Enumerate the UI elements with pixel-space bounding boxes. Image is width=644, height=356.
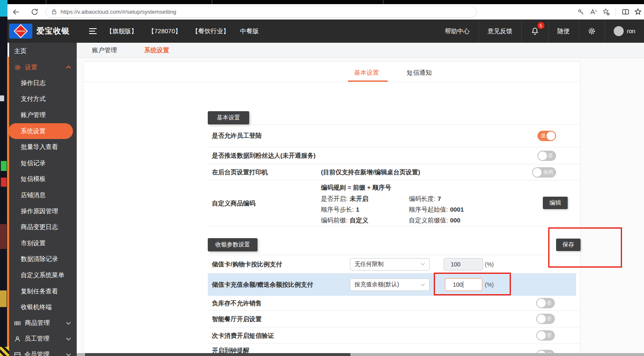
browser-back-button[interactable]	[10, 6, 22, 18]
sidebar-item-label: 自定义系统菜单	[21, 271, 64, 279]
read-aloud-icon[interactable]	[587, 6, 600, 18]
row-label: 智能餐厅开启设置	[212, 315, 262, 324]
user-avatar	[614, 26, 624, 36]
gear-icon	[588, 27, 596, 35]
sidebar-group-label: 员工管理	[24, 335, 49, 343]
sidebar-item-store-messages[interactable]: 店铺消息	[9, 187, 77, 203]
toggle-smart-restaurant[interactable]: 否	[536, 314, 555, 324]
toggle-backend-printer[interactable]: 关闭	[532, 167, 556, 178]
tab-basic-settings[interactable]: 基本设置	[354, 69, 379, 77]
code-prefix-label: 编码前缀:	[321, 217, 348, 224]
toggle-state-label: 否	[547, 300, 552, 307]
recharge-balance-select[interactable]: 按充值余额(默认)	[350, 278, 430, 291]
toggle-allow-employee-login[interactable]: 是	[537, 131, 556, 141]
sidebar-item-system-settings[interactable]: 系统设置	[8, 123, 73, 139]
row-custom-product-code: 自定义商品编码 编码规则 = 前缀 + 顺序号 是否开启:未开启 编码长度:7 …	[208, 180, 580, 227]
password-key-icon[interactable]	[575, 6, 587, 18]
chevron-down-icon	[420, 263, 425, 266]
desktop-fragment	[0, 224, 7, 249]
help-center-link[interactable]: 帮助中心	[436, 20, 479, 43]
sidebar-item-operation-log[interactable]: 操作日志	[9, 75, 77, 91]
edition-badges: 【旗舰版】 【728070】 【餐饮行业】 中餐版	[106, 27, 259, 35]
horizontal-scrollbar[interactable]	[77, 353, 644, 356]
sidebar-item-batch-import[interactable]: 批量导入查看	[9, 139, 77, 155]
code-enabled-label: 是否开启:	[321, 195, 348, 203]
feedback-label: 意见反馈	[488, 27, 513, 35]
save-button[interactable]: 保存	[556, 239, 581, 251]
sidebar-group-settings[interactable]: 设置	[9, 59, 77, 75]
code-length-label: 编码长度:	[409, 195, 435, 202]
bell-icon: 5	[530, 27, 540, 36]
sidebar-item-product-change-log[interactable]: 商品变更日志	[9, 219, 77, 235]
row-note: (目前仅支持在新增/编辑桌台页设置)	[321, 168, 420, 176]
sidebar-group-label: 会员管理	[24, 351, 49, 356]
sidebar-group-label: 商品管理	[25, 319, 50, 327]
code-rule: 编码规则 = 前缀 + 顺序号	[321, 184, 464, 192]
version-badge: 中餐版	[240, 27, 259, 35]
sidebar-item-label: 系统设置	[21, 127, 46, 135]
url-bar[interactable]: https://v.aibaocloud.com/#/setup/systems…	[46, 6, 477, 18]
recharge-percent-input[interactable]: 100	[445, 278, 482, 291]
product-code-details: 编码规则 = 前缀 + 顺序号 是否开启:未开启 编码长度:7 顺序号步长:1 …	[321, 184, 464, 227]
toggle-negative-stock[interactable]: 否	[536, 298, 555, 308]
sidebar-group-member-management[interactable]: 会员管理	[9, 347, 77, 356]
sidebar-item-payment-method[interactable]: 支付方式	[9, 91, 77, 107]
sidebar-item-label: 店铺消息	[21, 191, 46, 199]
brand-title: 爱宝收银	[36, 26, 70, 37]
sidebar-item-pos-terminal[interactable]: 收银机终端	[9, 299, 77, 315]
lock-icon	[51, 9, 57, 15]
select-value: 无任何限制	[355, 261, 384, 268]
sidebar-group-employee-management[interactable]: 员工管理	[9, 331, 77, 347]
notifications-button[interactable]: 5	[521, 20, 548, 43]
toggle-state-label: 是	[541, 132, 546, 139]
row-smart-restaurant: 智能餐厅开启设置 否	[208, 311, 580, 327]
cashier-params-rows: 储值卡/购物卡按比例支付 无任何限制 100 (%) 储值卡充值余额/赠送余额按…	[208, 255, 580, 356]
stored-card-limit-select[interactable]: 无任何限制	[350, 258, 430, 271]
sidebar-item-market-settings[interactable]: 市别设置	[9, 235, 77, 251]
row-label: 是否允许员工登陆	[212, 132, 262, 140]
input-value: 100	[451, 261, 460, 268]
select-value: 按充值余额(默认)	[355, 281, 399, 288]
breadcrumb-tab-account[interactable]: 账户管理	[92, 46, 117, 54]
favorites-star-icon[interactable]	[632, 6, 644, 18]
favorite-add-icon[interactable]	[600, 6, 612, 18]
feedback-link[interactable]: 意见反馈	[479, 20, 521, 43]
chevron-down-icon	[66, 337, 71, 341]
sidebar-item-custom-system-menu[interactable]: 自定义系统菜单	[9, 267, 77, 283]
sidebar-item-sms-template[interactable]: 短信模板	[9, 171, 77, 188]
store-name-link[interactable]: 随便	[548, 20, 578, 43]
logo-text: AIBAO	[16, 30, 25, 32]
app-logo[interactable]: AIBAO	[9, 24, 32, 39]
browser-toolbar: https://v.aibaocloud.com/#/setup/systems…	[7, 4, 644, 20]
store-id-badge: 【728070】	[148, 27, 181, 35]
input-value: 100	[453, 281, 462, 288]
sidebar-item-label: 短信记录	[21, 159, 46, 167]
sidebar-item-account-management[interactable]: 账户管理	[9, 107, 77, 123]
sidebar-item-data-clear-records[interactable]: 数据清除记录	[9, 251, 77, 268]
row-push-to-fans: 是否推送数据到粉丝达人(未开通服务) 否	[208, 147, 580, 164]
user-menu[interactable]: ron	[605, 20, 644, 43]
browser-refresh-button[interactable]	[28, 6, 41, 18]
sidebar-item-copy-task-view[interactable]: 复制任务查看	[9, 283, 77, 300]
toggle-push-to-fans[interactable]: 否	[537, 151, 556, 161]
sidebar-item-operation-reason[interactable]: 操作原因管理	[9, 203, 77, 219]
code-start-value: 0001	[450, 206, 464, 213]
toggle-knob	[537, 299, 546, 307]
tab-sms-notification[interactable]: 短信通知	[407, 69, 432, 77]
sidebar-item-home[interactable]: 主页	[9, 43, 77, 59]
toggle-punch-card-sms[interactable]: 否	[536, 330, 555, 341]
settings-gear-button[interactable]	[578, 20, 605, 43]
settings-card: 基本设置 短信通知 基本设置 是否允许员工登陆 是 是否推送数据到粉丝达人(未开…	[83, 61, 581, 356]
sidebar-item-sms-records[interactable]: 短信记录	[9, 155, 77, 171]
split-screen-icon[interactable]	[619, 6, 632, 18]
breadcrumb-tab-system-settings[interactable]: 系统设置	[144, 46, 169, 54]
code-start-label: 顺序号起始值:	[409, 206, 448, 213]
screen: https://v.aibaocloud.com/#/setup/systems…	[0, 0, 644, 356]
toggle-knob	[533, 168, 542, 177]
horizontal-scrollbar-thumb[interactable]	[85, 353, 350, 356]
sidebar-group-product-management[interactable]: 商品管理	[9, 315, 77, 331]
edit-button[interactable]: 编辑	[543, 197, 568, 209]
sidebar-item-label: 批量导入查看	[21, 143, 58, 151]
menu-collapse-icon[interactable]	[89, 28, 97, 34]
stored-card-percent-input[interactable]: 100	[444, 258, 483, 271]
